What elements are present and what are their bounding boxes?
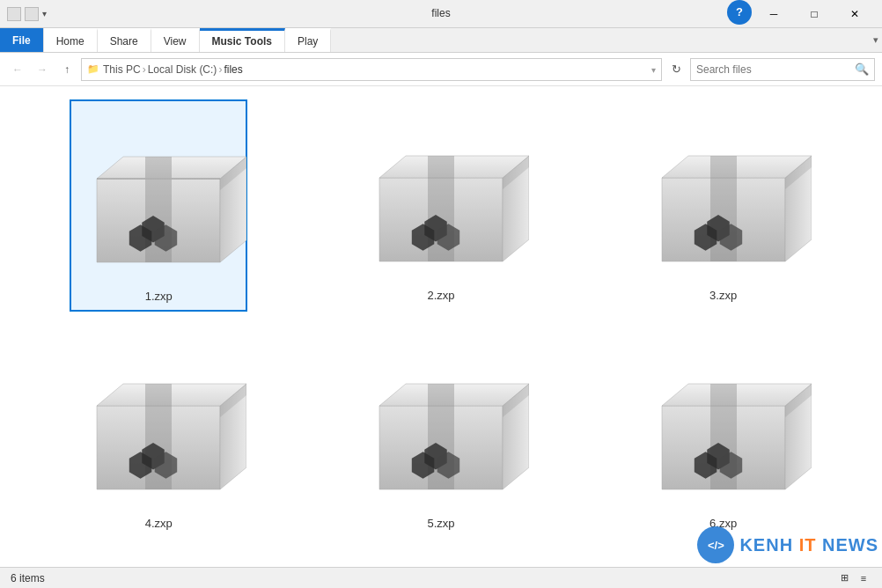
file-item-1[interactable]: 1.zxp xyxy=(70,100,246,311)
quick-access-dropdown[interactable]: ▾ xyxy=(42,9,47,18)
search-box[interactable]: 🔍 xyxy=(690,58,875,81)
watermark-logo-symbol: </> xyxy=(708,539,724,552)
item-count: 6 items xyxy=(11,572,45,584)
file-label-4: 4.zxp xyxy=(145,517,173,530)
watermark: </> KENH IT NEWS xyxy=(697,526,878,563)
view-list-button[interactable]: ≡ xyxy=(856,570,871,586)
file-label-2: 2.zxp xyxy=(427,289,454,302)
search-icon: 🔍 xyxy=(855,62,869,76)
tab-share[interactable]: Share xyxy=(98,28,151,52)
file-item-2[interactable]: 2.zxp xyxy=(353,100,529,311)
title-bar-icons: ▾ xyxy=(7,7,47,21)
svg-marker-24 xyxy=(710,156,737,178)
nav-back-button[interactable]: ← xyxy=(7,59,28,80)
svg-marker-51 xyxy=(710,384,737,406)
close-button[interactable]: ✕ xyxy=(834,0,875,28)
file-grid: 1.zxp xyxy=(0,86,882,567)
quick-access-icon-1[interactable] xyxy=(7,7,21,21)
file-icon-1 xyxy=(70,108,246,284)
refresh-button[interactable]: ↻ xyxy=(665,59,687,80)
view-grid-button[interactable]: ⊞ xyxy=(836,570,852,586)
svg-marker-4 xyxy=(145,157,172,179)
file-item-4[interactable]: 4.zxp xyxy=(70,328,246,537)
maximize-button[interactable]: □ xyxy=(794,0,834,28)
view-controls: ⊞ ≡ xyxy=(836,570,871,586)
tab-home[interactable]: Home xyxy=(44,28,98,52)
tab-file[interactable]: File xyxy=(0,28,44,52)
file-icon-3 xyxy=(636,107,812,283)
file-label-1: 1.zxp xyxy=(145,290,173,303)
path-part-thispc[interactable]: This PC xyxy=(103,63,141,76)
tab-view[interactable]: View xyxy=(151,28,200,52)
tab-music-tools[interactable]: Music Tools xyxy=(200,28,285,52)
search-input[interactable] xyxy=(696,63,851,76)
main-content: 1.zxp xyxy=(0,86,882,567)
minimize-button[interactable]: ─ xyxy=(753,0,794,28)
path-part-localdisk[interactable]: Local Disk (C:) xyxy=(148,63,217,76)
tab-play[interactable]: Play xyxy=(285,28,331,52)
watermark-text: KENH IT NEWS xyxy=(739,535,878,555)
watermark-it: IT xyxy=(799,535,817,555)
file-item-3[interactable]: 3.zxp xyxy=(636,100,812,311)
address-bar: ← → ↑ 📁 This PC › Local Disk (C:) › file… xyxy=(0,53,882,86)
file-item-5[interactable]: 5.zxp xyxy=(353,328,529,537)
file-icon-6 xyxy=(636,335,812,511)
title-bar: ▾ files ? ─ □ ✕ xyxy=(0,0,882,28)
path-part-files[interactable]: files xyxy=(224,63,242,76)
file-item-6[interactable]: 6.zxp xyxy=(636,328,812,537)
window-controls: ? ─ □ ✕ xyxy=(727,0,875,28)
file-icon-2 xyxy=(353,107,529,283)
svg-marker-15 xyxy=(428,156,454,178)
file-icon-5 xyxy=(353,335,529,511)
ribbon-tabs: File Home Share View Music Tools Play ▾ xyxy=(0,28,882,53)
tab-dropdown[interactable]: ▾ xyxy=(873,28,882,52)
file-label-5: 5.zxp xyxy=(427,517,454,530)
quick-access-icon-2[interactable] xyxy=(25,7,39,21)
file-icon-4 xyxy=(70,335,246,511)
nav-forward-button[interactable]: → xyxy=(32,59,53,80)
svg-marker-33 xyxy=(145,384,172,406)
status-bar: 6 items ⊞ ≡ xyxy=(0,567,882,588)
nav-up-button[interactable]: ↑ xyxy=(56,59,77,80)
help-button[interactable]: ? xyxy=(727,0,752,25)
address-path[interactable]: 📁 This PC › Local Disk (C:) › files ▾ xyxy=(81,58,662,81)
watermark-logo: </> xyxy=(697,526,734,563)
window-title: files xyxy=(431,7,450,19)
svg-marker-42 xyxy=(428,384,454,406)
file-label-3: 3.zxp xyxy=(709,289,737,302)
